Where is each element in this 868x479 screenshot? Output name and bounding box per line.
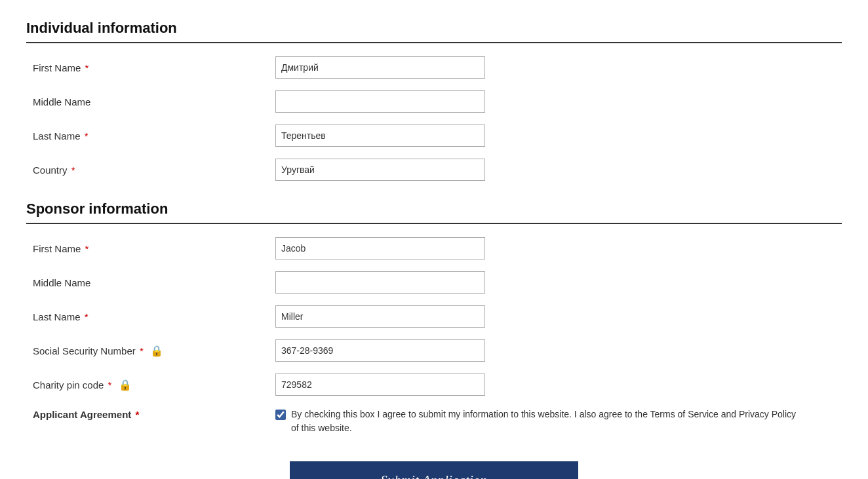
individual-first-name-input[interactable]	[275, 56, 485, 79]
individual-first-name-label: First Name *	[26, 62, 275, 73]
sponsor-section: Sponsor information First Name * Middle …	[26, 201, 842, 435]
lock-icon: 🔒	[119, 379, 132, 391]
sponsor-first-name-label: First Name *	[26, 243, 275, 254]
individual-middle-name-input[interactable]	[275, 90, 485, 113]
individual-country-label: Country *	[26, 164, 275, 176]
individual-last-name-input[interactable]	[275, 125, 485, 147]
sponsor-middle-name-label: Middle Name	[26, 277, 275, 288]
applicant-agreement-row: Applicant Agreement * By checking this b…	[26, 408, 842, 435]
sponsor-ssn-label: Social Security Number * 🔒	[26, 345, 275, 357]
sponsor-last-name-row: Last Name *	[26, 305, 842, 328]
required-star: *	[82, 311, 89, 322]
agreement-checkbox[interactable]	[275, 410, 286, 420]
sponsor-section-title: Sponsor information	[26, 201, 842, 224]
submit-button[interactable]: Submit Application	[290, 461, 578, 479]
sponsor-pin-label: Charity pin code * 🔒	[26, 379, 275, 391]
individual-country-row: Country *	[26, 159, 842, 181]
sponsor-pin-row: Charity pin code * 🔒	[26, 374, 842, 396]
individual-section-title: Individual information	[26, 20, 842, 43]
individual-last-name-label: Last Name *	[26, 130, 275, 142]
required-star: *	[82, 62, 89, 73]
individual-first-name-row: First Name *	[26, 56, 842, 79]
individual-middle-name-row: Middle Name	[26, 90, 842, 113]
required-star: *	[82, 130, 89, 142]
sponsor-ssn-row: Social Security Number * 🔒	[26, 339, 842, 362]
required-star: *	[132, 409, 139, 420]
required-star: *	[105, 379, 111, 391]
individual-last-name-row: Last Name *	[26, 125, 842, 147]
sponsor-ssn-input[interactable]	[275, 339, 485, 362]
sponsor-last-name-label: Last Name *	[26, 311, 275, 322]
lock-icon: 🔒	[150, 345, 163, 356]
required-star: *	[137, 345, 144, 356]
sponsor-middle-name-input[interactable]	[275, 271, 485, 294]
individual-middle-name-label: Middle Name	[26, 96, 275, 107]
individual-section: Individual information First Name * Midd…	[26, 20, 842, 181]
sponsor-middle-name-row: Middle Name	[26, 271, 842, 294]
required-star: *	[82, 243, 89, 254]
individual-country-input[interactable]	[275, 159, 485, 181]
sponsor-first-name-input[interactable]	[275, 237, 485, 259]
agreement-content: By checking this box I agree to submit m…	[275, 408, 802, 435]
sponsor-last-name-input[interactable]	[275, 305, 485, 328]
sponsor-pin-input[interactable]	[275, 374, 485, 396]
agreement-text: By checking this box I agree to submit m…	[291, 408, 802, 435]
sponsor-first-name-row: First Name *	[26, 237, 842, 259]
submit-container: Submit Application	[26, 455, 842, 479]
required-star: *	[69, 164, 75, 176]
applicant-agreement-label: Applicant Agreement *	[33, 408, 275, 420]
